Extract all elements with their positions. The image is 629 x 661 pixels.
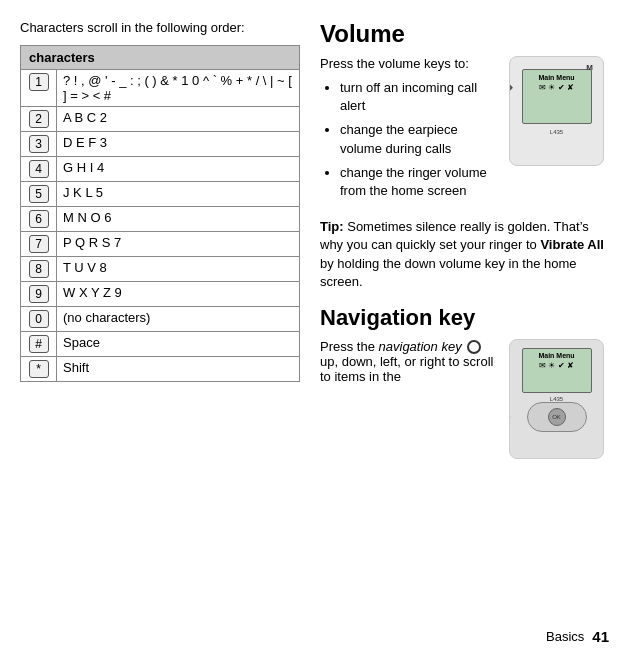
phone-screen: Main Menu ✉ ☀ ✔ ✘ <box>522 69 592 124</box>
key-cell: # <box>21 332 57 357</box>
table-header: characters <box>21 46 300 70</box>
key-cell: 5 <box>21 182 57 207</box>
phone-screen-title: Main Menu <box>538 74 574 81</box>
key-box: 5 <box>29 185 49 203</box>
volume-section: Press the volume keys to: turn off an in… <box>320 56 609 208</box>
key-box: 0 <box>29 310 49 328</box>
nav-intro-end: up, down, left, or right to scroll to it… <box>320 354 493 384</box>
left-column: Characters scroll in the following order… <box>20 20 300 641</box>
key-cell: 9 <box>21 282 57 307</box>
bullet-1: turn off an incoming call alert <box>340 79 499 115</box>
nav-intro-italic: navigation key <box>379 339 462 354</box>
nav-intro: Press the navigation key up, down, left,… <box>320 339 499 385</box>
key-box: 7 <box>29 235 49 253</box>
nav-phone-image: ➜ Main Menu ✉ ☀ ✔ ✘ L435 OK <box>509 339 609 459</box>
nav-key-center: OK <box>548 408 566 426</box>
tip-bold: Vibrate All <box>540 237 604 252</box>
key-box: # <box>29 335 49 353</box>
chars-cell: D E F 3 <box>57 132 300 157</box>
chars-cell: T U V 8 <box>57 257 300 282</box>
table-row: 5J K L 5 <box>21 182 300 207</box>
nav-intro-start: Press the <box>320 339 379 354</box>
key-cell: 2 <box>21 107 57 132</box>
key-cell: 6 <box>21 207 57 232</box>
table-row: 6M N O 6 <box>21 207 300 232</box>
key-cell: 4 <box>21 157 57 182</box>
key-box: 8 <box>29 260 49 278</box>
chars-cell: A B C 2 <box>57 107 300 132</box>
phone-device: M ➜ Main Menu ✉ ☀ ✔ ✘ L435 <box>509 56 604 166</box>
right-column: Volume Press the volume keys to: turn of… <box>320 20 609 641</box>
nav-key-area: OK <box>527 402 587 432</box>
motorola-logo: M <box>586 63 593 72</box>
footer-label: Basics <box>546 629 584 644</box>
key-cell: 0 <box>21 307 57 332</box>
key-cell: 8 <box>21 257 57 282</box>
table-row: 7P Q R S 7 <box>21 232 300 257</box>
chars-cell: (no characters) <box>57 307 300 332</box>
bullet-3: change the ringer volume from the home s… <box>340 164 499 200</box>
page-footer: Basics 41 <box>546 628 609 645</box>
nav-circle-icon <box>467 340 481 354</box>
nav-phone-icons: ✉ ☀ ✔ ✘ <box>539 361 574 370</box>
tip-box: Tip: Sometimes silence really is golden.… <box>320 218 609 291</box>
nav-phone-screen-title: Main Menu <box>538 352 574 359</box>
chars-cell: ? ! , @ ' - _ : ; ( ) & * 1 0 ^ ` % + * … <box>57 70 300 107</box>
key-box: 2 <box>29 110 49 128</box>
table-row: 3D E F 3 <box>21 132 300 157</box>
characters-table: characters 1? ! , @ ' - _ : ; ( ) & * 1 … <box>20 45 300 382</box>
key-box: 1 <box>29 73 49 91</box>
tip-label: Tip: <box>320 219 344 234</box>
chars-cell: P Q R S 7 <box>57 232 300 257</box>
table-row: 0(no characters) <box>21 307 300 332</box>
key-box: 3 <box>29 135 49 153</box>
table-row: 1? ! , @ ' - _ : ; ( ) & * 1 0 ^ ` % + *… <box>21 70 300 107</box>
table-row: 2A B C 2 <box>21 107 300 132</box>
volume-phone-image: M ➜ Main Menu ✉ ☀ ✔ ✘ L435 <box>509 56 609 208</box>
nav-phone-device: ➜ Main Menu ✉ ☀ ✔ ✘ L435 OK <box>509 339 604 459</box>
volume-title: Volume <box>320 20 609 48</box>
chars-cell: Space <box>57 332 300 357</box>
arrow-indicator: ➜ <box>509 79 514 95</box>
key-cell: 1 <box>21 70 57 107</box>
nav-arrow-indicator: ➜ <box>509 407 511 426</box>
key-box: * <box>29 360 49 378</box>
table-row: 8T U V 8 <box>21 257 300 282</box>
phone-bottom: L435 <box>510 129 603 135</box>
tip-text2: by holding the down volume key in the ho… <box>320 256 577 289</box>
key-box: 6 <box>29 210 49 228</box>
table-row: 4G H I 4 <box>21 157 300 182</box>
key-cell: 7 <box>21 232 57 257</box>
chars-cell: G H I 4 <box>57 157 300 182</box>
intro-text: Characters scroll in the following order… <box>20 20 300 35</box>
key-cell: * <box>21 357 57 382</box>
volume-bullets: turn off an incoming call alert change t… <box>320 79 499 200</box>
volume-intro: Press the volume keys to: <box>320 56 499 71</box>
chars-cell: Shift <box>57 357 300 382</box>
nav-text-block: Press the navigation key up, down, left,… <box>320 339 499 459</box>
key-box: 9 <box>29 285 49 303</box>
footer-page: 41 <box>592 628 609 645</box>
nav-phone-screen: Main Menu ✉ ☀ ✔ ✘ <box>522 348 592 393</box>
key-cell: 3 <box>21 132 57 157</box>
chars-cell: J K L 5 <box>57 182 300 207</box>
table-row: *Shift <box>21 357 300 382</box>
nav-phone-bottom: L435 <box>510 396 603 402</box>
phone-icons: ✉ ☀ ✔ ✘ <box>539 83 574 92</box>
chars-cell: M N O 6 <box>57 207 300 232</box>
volume-text: Press the volume keys to: turn off an in… <box>320 56 499 208</box>
chars-cell: W X Y Z 9 <box>57 282 300 307</box>
bullet-2: change the earpiece volume during calls <box>340 121 499 157</box>
nav-title: Navigation key <box>320 305 609 331</box>
table-row: #Space <box>21 332 300 357</box>
nav-section: Press the navigation key up, down, left,… <box>320 339 609 459</box>
key-box: 4 <box>29 160 49 178</box>
table-row: 9W X Y Z 9 <box>21 282 300 307</box>
